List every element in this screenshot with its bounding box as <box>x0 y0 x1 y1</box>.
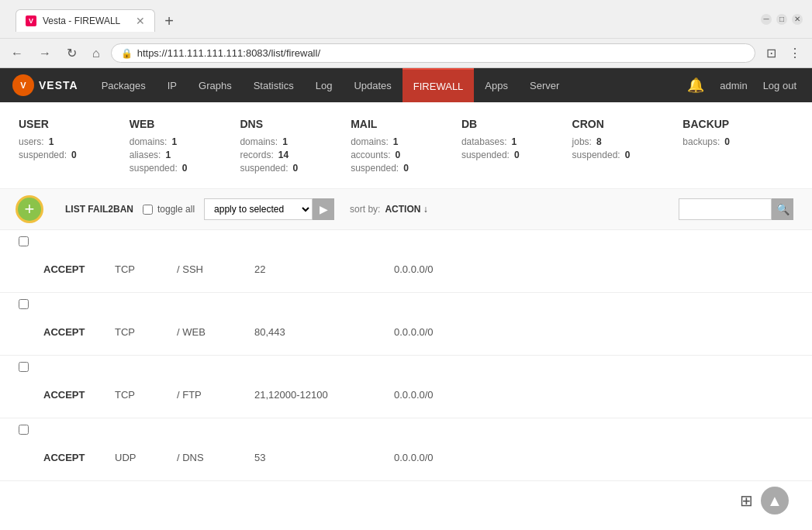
username-label: admin <box>714 80 753 91</box>
stat-backup-title: BACKUP <box>682 118 793 130</box>
fw-action-2: ACCEPT <box>37 326 115 338</box>
stat-mail-domains-label: domains: <box>351 136 389 147</box>
tab-bar: V Vesta - FIREWALL ✕ + <box>9 6 755 32</box>
nav-apps[interactable]: Apps <box>474 68 519 102</box>
bell-icon[interactable]: 🔔 <box>681 77 710 94</box>
stat-mail-accounts-value: 0 <box>396 150 401 160</box>
browser-chrome: ─ □ ✕ V Vesta - FIREWALL ✕ + ← → ↻ ⌂ 🔒 ⊡… <box>0 0 812 68</box>
stat-mail-suspended-label: suspended: <box>351 163 399 174</box>
nav-updates[interactable]: Updates <box>343 68 402 102</box>
app-nav: V VESTA Packages IP Graphs Statistics Lo… <box>0 68 812 102</box>
stat-dns-suspended-label: suspended: <box>240 163 288 174</box>
stat-user-suspended-value: 0 <box>71 150 77 160</box>
nav-firewall[interactable]: FIREWALL <box>403 68 475 102</box>
nav-statistics[interactable]: Statistics <box>243 68 305 102</box>
toggle-all-wrap: toggle all <box>143 204 195 215</box>
new-tab-button[interactable]: + <box>158 10 180 32</box>
sort-by: sort by: ACTION ↓ <box>350 204 428 215</box>
tab-title: Vesta - FIREWALL <box>43 15 120 26</box>
browser-titlebar: ─ □ ✕ V Vesta - FIREWALL ✕ + <box>0 0 812 38</box>
toggle-all-checkbox[interactable] <box>143 205 153 215</box>
stat-backup-backups-label: backups: <box>682 136 720 147</box>
fw-checkbox-4[interactable] <box>19 425 29 435</box>
firewall-controls: + LIST FAIL2BAN toggle all apply to sele… <box>0 189 812 230</box>
stat-mail-domains-value: 1 <box>393 136 399 147</box>
logout-button[interactable]: Log out <box>757 80 803 91</box>
nav-packages[interactable]: Packages <box>91 68 157 102</box>
stat-web-aliases-label: aliases: <box>130 150 161 160</box>
nav-server[interactable]: Server <box>519 68 570 102</box>
nav-ip[interactable]: IP <box>157 68 188 102</box>
home-button[interactable]: ⌂ <box>88 45 105 62</box>
browser-tab[interactable]: V Vesta - FIREWALL ✕ <box>16 9 155 32</box>
fw-ip-4: 0.0.0.0/0 <box>394 452 793 463</box>
stat-db-suspended-value: 0 <box>514 150 520 160</box>
fw-comment-1: / SSH <box>177 263 254 275</box>
stat-web-suspended-label: suspended: <box>130 163 178 174</box>
logo-icon: V <box>12 74 34 96</box>
address-bar[interactable]: 🔒 <box>111 43 755 63</box>
lock-icon: 🔒 <box>121 48 133 59</box>
toolbar-right: ⊡ ⋮ <box>762 44 806 62</box>
fw-checkbox-1[interactable] <box>19 236 29 246</box>
stat-web-domains-label: domains: <box>130 136 168 147</box>
back-button[interactable]: ← <box>6 45 28 62</box>
cast-icon[interactable]: ⊡ <box>762 44 781 62</box>
fw-row-checkbox-3 <box>0 356 812 372</box>
refresh-button[interactable]: ↻ <box>62 44 81 62</box>
maximize-button[interactable]: □ <box>776 14 787 25</box>
menu-button[interactable]: ⋮ <box>784 44 806 62</box>
search-button[interactable]: 🔍 <box>772 198 793 220</box>
tab-close-button[interactable]: ✕ <box>136 15 145 27</box>
table-row: ACCEPT TCP / FTP 21,12000-12100 0.0.0.0/… <box>0 372 812 418</box>
table-row: ACCEPT TCP / WEB 80,443 0.0.0.0/0 <box>0 309 812 356</box>
stat-dns-records-value: 14 <box>278 150 289 160</box>
add-rule-button[interactable]: + <box>16 195 43 223</box>
fw-action-3: ACCEPT <box>37 389 115 401</box>
apply-select[interactable]: apply to selected <box>204 198 313 220</box>
browser-toolbar: ← → ↻ ⌂ 🔒 ⊡ ⋮ <box>0 38 812 67</box>
stat-cron-suspended-label: suspended: <box>572 150 620 160</box>
tab-favicon: V <box>26 15 36 26</box>
fw-ip-2: 0.0.0.0/0 <box>394 326 793 338</box>
fw-checkbox-3[interactable] <box>19 362 29 372</box>
list-fail2ban-label[interactable]: LIST FAIL2BAN <box>65 204 133 215</box>
close-button[interactable]: ✕ <box>792 14 803 25</box>
nav-log[interactable]: Log <box>305 68 344 102</box>
apply-go-button[interactable]: ▶ <box>313 198 334 220</box>
stat-cron-jobs: jobs: 8 <box>572 136 683 147</box>
stat-cron-title: CRON <box>572 118 683 130</box>
forward-button[interactable]: → <box>34 45 56 62</box>
stat-web-suspended-value: 0 <box>182 163 188 174</box>
stat-web-aliases-value: 1 <box>165 150 171 160</box>
stats-section: USER users: 1 suspended: 0 WEB domains: … <box>0 102 812 189</box>
stat-group-web: WEB domains: 1 aliases: 1 suspended: 0 <box>130 118 240 176</box>
fw-protocol-4: UDP <box>115 452 177 463</box>
search-input[interactable] <box>679 198 772 220</box>
nav-right: 🔔 admin Log out <box>681 77 812 94</box>
fw-protocol-1: TCP <box>115 263 177 275</box>
fw-checkbox-2[interactable] <box>19 299 29 309</box>
stat-dns-suspended-value: 0 <box>293 163 299 174</box>
firewall-controls-wrapper: + LIST FAIL2BAN toggle all apply to sele… <box>0 189 812 230</box>
fw-ip-3: 0.0.0.0/0 <box>394 389 793 401</box>
stat-db-suspended: suspended: 0 <box>461 150 572 160</box>
fw-action-4: ACCEPT <box>37 452 115 463</box>
search-wrap: 🔍 <box>679 198 793 220</box>
url-input[interactable] <box>137 47 745 59</box>
stat-mail-suspended: suspended: 0 <box>351 163 461 174</box>
fw-row-checkbox-1 <box>0 230 812 246</box>
apply-dropdown: apply to selected ▶ <box>204 198 334 220</box>
fw-comment-2: / WEB <box>177 326 254 338</box>
app-logo: V VESTA <box>0 74 91 96</box>
stat-group-user: USER users: 1 suspended: 0 <box>19 118 130 176</box>
toggle-all-label: toggle all <box>157 204 195 215</box>
search-icon: 🔍 <box>776 203 790 215</box>
nav-graphs[interactable]: Graphs <box>188 68 243 102</box>
minimize-button[interactable]: ─ <box>761 14 772 25</box>
fw-row-checkbox-4 <box>0 418 812 435</box>
stat-db-databases-label: databases: <box>461 136 507 147</box>
stat-db-databases-value: 1 <box>512 136 517 147</box>
stat-dns-records-label: records: <box>240 150 273 160</box>
stat-cron-jobs-value: 8 <box>596 136 602 147</box>
